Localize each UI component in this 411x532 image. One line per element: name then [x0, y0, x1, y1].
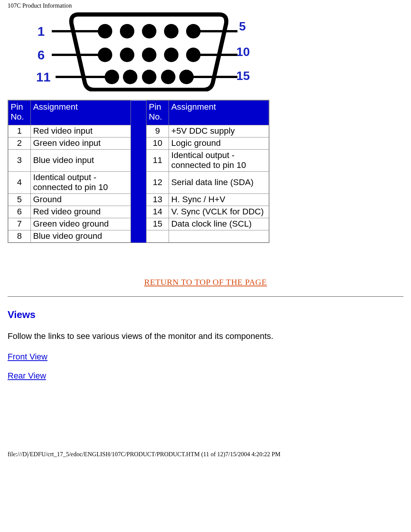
footer-path: file:///D|/EDFU/crt_17_5/edoc/ENGLISH/10… [8, 451, 403, 458]
svg-point-2 [142, 24, 156, 38]
svg-point-7 [142, 48, 156, 62]
pin-label-5: 5 [239, 19, 246, 33]
svg-point-12 [142, 70, 156, 84]
svg-point-13 [161, 70, 175, 84]
pin-label-11: 11 [36, 70, 51, 84]
pin-label-10: 10 [236, 45, 250, 59]
pin-assignment-table: Pin No. Assignment Pin No. Assignment 1 … [8, 100, 269, 243]
pin-label-15: 15 [236, 69, 250, 83]
vga-connector-svg: 1 6 11 [29, 11, 238, 91]
pin-label-1: 1 [38, 24, 45, 38]
svg-point-1 [120, 24, 134, 38]
svg-point-11 [123, 70, 137, 84]
table-header-assign-right: Assignment [169, 101, 269, 125]
table-spacer [131, 101, 147, 243]
return-to-top-link[interactable]: RETURN TO TOP OF THE PAGE [8, 277, 403, 287]
table-header-pin-right: Pin No. [147, 101, 169, 125]
views-description: Follow the links to see various views of… [8, 331, 403, 341]
pin-label-6: 6 [38, 48, 45, 62]
svg-point-6 [120, 48, 134, 62]
table-header-pin-left: Pin No. [8, 101, 31, 125]
views-heading: Views [8, 309, 403, 321]
page-header: 107C Product Information [8, 0, 403, 9]
front-view-link[interactable]: Front View [8, 352, 48, 362]
pin-assignment-table-wrapper: Pin No. Assignment Pin No. Assignment 1 … [8, 100, 269, 243]
divider [8, 296, 403, 297]
svg-point-8 [164, 48, 178, 62]
rear-view-link[interactable]: Rear View [8, 371, 46, 381]
table-header-assign-left: Assignment [31, 101, 131, 125]
svg-point-3 [164, 24, 178, 38]
